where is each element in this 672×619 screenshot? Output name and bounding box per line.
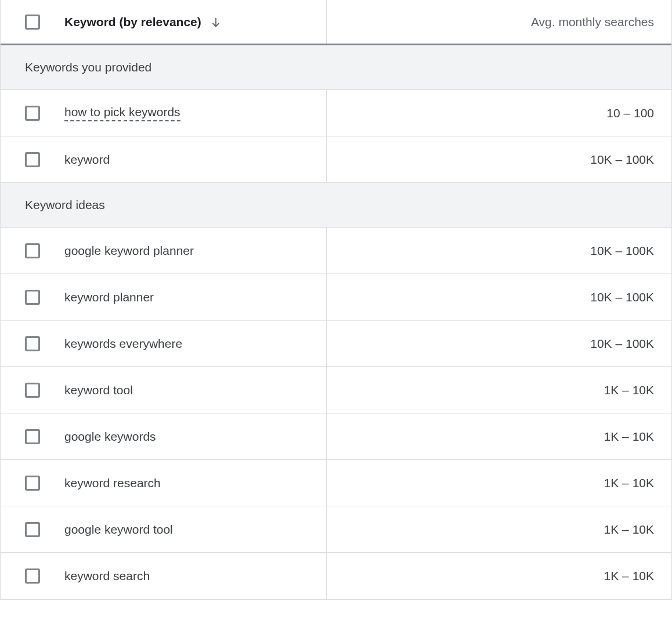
table-row: how to pick keywords10 – 100 [1,90,671,136]
cell-searches: 1K – 10K [327,460,671,506]
cell-keyword: keyword planner [1,274,327,320]
keyword-text[interactable]: google keyword tool [64,523,173,537]
table-row: keywords everywhere10K – 100K [1,321,671,367]
section-header: Keywords you provided [1,45,671,90]
searches-value: 10 – 100 [606,106,654,120]
cell-keyword: keywords everywhere [1,321,327,366]
cell-searches: 1K – 10K [327,553,671,599]
keyword-text[interactable]: keyword tool [64,383,133,397]
keyword-text[interactable]: keyword planner [64,290,154,304]
table-row: google keywords1K – 10K [1,413,671,460]
searches-value: 1K – 10K [604,383,654,397]
searches-value: 10K – 100K [590,290,654,304]
column-header-searches[interactable]: Avg. monthly searches [327,0,671,44]
keyword-text[interactable]: keyword search [64,569,150,583]
table-row: keyword search1K – 10K [1,553,671,599]
searches-value: 1K – 10K [604,430,654,444]
row-checkbox[interactable] [25,568,40,584]
cell-searches: 10K – 100K [327,228,671,273]
keyword-table: Keyword (by relevance) Avg. monthly sear… [0,0,672,600]
table-row: keyword tool1K – 10K [1,367,671,413]
cell-keyword: google keyword tool [1,506,327,552]
table-row: keyword research1K – 10K [1,460,671,506]
table-row: keyword10K – 100K [1,136,671,183]
cell-searches: 10K – 100K [327,136,671,182]
keyword-text[interactable]: google keywords [64,430,156,444]
cell-searches: 10 – 100 [327,90,671,136]
searches-value: 10K – 100K [590,153,654,167]
cell-keyword: keyword search [1,553,327,599]
select-all-checkbox[interactable] [25,15,40,30]
row-checkbox[interactable] [25,336,40,351]
cell-keyword: keyword research [1,460,327,506]
table-row: keyword planner10K – 100K [1,274,671,321]
cell-searches: 10K – 100K [327,321,671,366]
column-header-keyword-label: Keyword (by relevance) [64,15,201,29]
searches-value: 1K – 10K [604,476,654,490]
row-checkbox[interactable] [25,106,40,121]
keyword-text[interactable]: keywords everywhere [64,337,182,351]
table-header-row: Keyword (by relevance) Avg. monthly sear… [1,0,671,45]
keyword-text[interactable]: how to pick keywords [64,105,180,121]
row-checkbox[interactable] [25,429,40,444]
table-row: google keyword planner10K – 100K [1,228,671,274]
row-checkbox[interactable] [25,383,40,398]
searches-value: 1K – 10K [604,569,654,583]
searches-value: 10K – 100K [590,337,654,351]
cell-searches: 10K – 100K [327,274,671,320]
column-header-keyword[interactable]: Keyword (by relevance) [1,0,327,44]
sort-arrow-down-icon[interactable] [209,16,222,28]
cell-keyword: keyword [1,136,327,182]
cell-keyword: google keyword planner [1,228,327,273]
row-checkbox[interactable] [25,243,40,258]
row-checkbox[interactable] [25,522,40,537]
cell-searches: 1K – 10K [327,506,671,552]
cell-keyword: google keywords [1,413,327,459]
keyword-text[interactable]: google keyword planner [64,244,194,258]
cell-searches: 1K – 10K [327,367,671,413]
keyword-text[interactable]: keyword [64,153,110,167]
table-row: google keyword tool1K – 10K [1,506,671,553]
section-header: Keyword ideas [1,183,671,228]
cell-searches: 1K – 10K [327,413,671,459]
keyword-text[interactable]: keyword research [64,476,161,490]
row-checkbox[interactable] [25,476,40,491]
searches-value: 1K – 10K [604,523,654,537]
row-checkbox[interactable] [25,290,40,305]
searches-value: 10K – 100K [590,244,654,258]
row-checkbox[interactable] [25,152,40,167]
column-header-searches-label: Avg. monthly searches [531,15,654,29]
cell-keyword: keyword tool [1,367,327,413]
cell-keyword: how to pick keywords [1,90,327,136]
